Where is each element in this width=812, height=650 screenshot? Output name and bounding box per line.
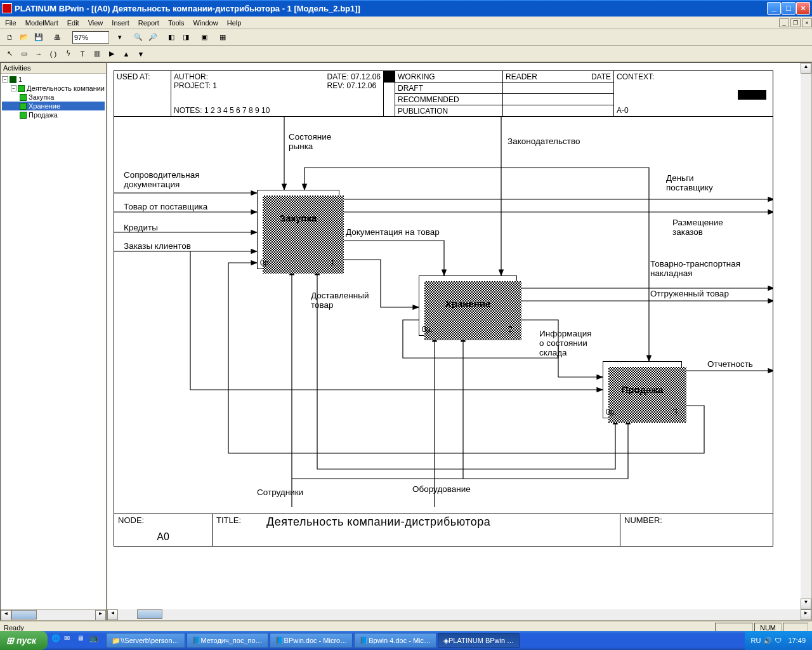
tree-item-purchase[interactable]: Закупка [2,93,105,102]
arrow-label: Оборудование [412,485,471,494]
save-button[interactable]: 💾 [32,30,46,44]
zoom-input[interactable] [72,31,109,44]
context-a0: A-0 [617,106,629,115]
menu-insert[interactable]: Insert [112,19,129,27]
activity-cost: 0р. [260,258,271,267]
title-value: Деятельность компании-дистрибьютора [266,515,490,545]
menu-file[interactable]: File [5,19,16,27]
task-button[interactable]: 📘 BPwin.doc - Micro… [270,633,353,648]
tree-item-company[interactable]: −Деятельность компании [2,84,105,93]
nav-right[interactable]: ▶ [105,47,119,61]
ql-icon[interactable]: 🌐 [51,634,63,647]
system-tray[interactable]: RU 🔊 🛡 17:49 [745,631,812,650]
activity-cost: 0р. [422,325,433,334]
pointer-tool[interactable]: ↖ [3,47,16,61]
activities-title: Activities [1,63,106,74]
arrow-label: Информация о состоянии склада [539,329,592,358]
arrow-label: Документация на товар [346,228,440,237]
shape-toolbar: ↖ ▭ → ( ) ϟ T ▥ ▶ ▲ ▼ [0,46,812,62]
working-marker [384,71,395,83]
reader-date-label: DATE [591,72,611,81]
menu-edit[interactable]: Edit [67,19,79,27]
idef0-diagram: USED AT: AUTHOR: PROJECT: 1 DATE: 07.12.… [114,70,773,547]
menu-window[interactable]: Window [193,19,218,27]
start-label: пуск [16,635,36,646]
main-toolbar: 🗋 📂 💾 🖶 ▾ 🔍 🔎 ◧ ◨ ▣ ▦ [0,29,812,46]
arrow-tool[interactable]: → [32,47,46,61]
canvas-hscroll[interactable]: ◄► [107,609,811,620]
task-button[interactable]: 📘 Методич_пос_по… [187,633,268,648]
title-label: TITLE: [216,515,241,545]
text-tool[interactable]: T [75,47,89,61]
diagram-tool[interactable]: ▥ [90,47,104,61]
tree-item-storage[interactable]: Хранение [2,102,105,110]
menu-view[interactable]: View [88,19,103,27]
status-publication: PUBLICATION [395,105,502,116]
open-button[interactable]: 📂 [17,30,31,44]
taskbar: ⊞пуск 🌐 ✉ 🖥 📺 📁 \\Serverb\person… 📘 Мето… [0,631,812,650]
activities-panel: Activities −1 −Деятельность компании Зак… [0,62,107,621]
tree-item-root[interactable]: −1 [2,75,105,84]
print-button[interactable]: 🖶 [50,30,64,44]
lang-indicator[interactable]: RU [751,637,761,644]
activity-icon [20,103,27,110]
activity-icon [20,94,27,101]
tool-b-button[interactable]: ◨ [179,30,193,44]
diagram-body[interactable]: Закупка 0р. 1 Хранение 0р. 2 Продажа 3 0… [114,117,773,514]
diagram-canvas[interactable]: USED AT: AUTHOR: PROJECT: 1 DATE: 07.12.… [107,62,812,621]
nav-up[interactable]: ▲ [119,47,133,61]
squiggle-tool[interactable]: ϟ [61,47,75,61]
canvas-vscroll[interactable]: ▲▼ [801,63,811,609]
ql-icon[interactable]: 📺 [89,634,101,647]
menu-modelmart[interactable]: ModelMart [25,19,58,27]
minimize-button[interactable]: _ [767,2,781,15]
menu-tools[interactable]: Tools [168,19,185,27]
zoom-in-button[interactable]: 🔍 [131,30,145,44]
mdi-minimize-button[interactable]: _ [779,18,789,27]
menu-help[interactable]: Help [227,19,242,27]
tree-item-sales[interactable]: Продажа [2,110,105,119]
context-label: CONTEXT: [617,72,770,81]
tree-label: 1 [18,76,22,83]
tool-d-button[interactable]: ▦ [216,30,230,44]
box-tool[interactable]: ▭ [17,47,31,61]
used-at-cell: USED AT: [114,71,171,116]
sidebar-hscroll[interactable]: ◄► [1,609,106,620]
paren-tool[interactable]: ( ) [46,47,60,61]
mdi-close-button[interactable]: × [802,18,812,27]
tree-label: Хранение [29,102,60,110]
ql-icon[interactable]: 🖥 [77,634,88,647]
diagram-header: USED AT: AUTHOR: PROJECT: 1 DATE: 07.12.… [114,71,773,117]
clock[interactable]: 17:49 [788,637,806,644]
task-button[interactable]: 📘 Bpwin 4.doc - Mic… [354,633,436,648]
activity-num: 3 [673,407,678,416]
maximize-button[interactable]: □ [782,2,796,15]
nav-down[interactable]: ▼ [134,47,148,61]
tree-label: Продажа [29,111,58,119]
activity-tree[interactable]: −1 −Деятельность компании Закупка Хранен… [1,74,106,609]
tool-c-button[interactable]: ▣ [197,30,211,44]
activity-name: Продажа [603,384,681,395]
tray-icon[interactable]: 🔊 [763,637,772,645]
arrow-label: Доставленный товар [311,291,369,310]
date-label: DATE: 07.12.06 [327,72,381,81]
zoom-out-button[interactable]: 🔎 [146,30,160,44]
start-button[interactable]: ⊞пуск [0,631,48,650]
ql-icon[interactable]: ✉ [64,634,75,647]
arrow-label: Размещение заказов [672,218,723,237]
new-button[interactable]: 🗋 [3,30,16,44]
arrow-label: Деньги поставщику [666,174,713,193]
tool-a-button[interactable]: ◧ [164,30,178,44]
activity-box-2[interactable]: Хранение 0р. 2 [419,275,517,336]
activity-box-1[interactable]: Закупка 0р. 1 [257,190,339,269]
zoom-dropdown[interactable]: ▾ [113,30,127,44]
task-button-active[interactable]: ◈ PLATINUM BPwin … [438,633,520,648]
quick-launch[interactable]: 🌐 ✉ 🖥 📺 [51,634,101,647]
node-label: NODE: [118,515,144,525]
mdi-restore-button[interactable]: ❐ [790,18,801,27]
menu-report[interactable]: Report [138,19,159,27]
activity-box-3[interactable]: Продажа 3 0р. [603,361,682,418]
close-button[interactable]: × [796,2,810,15]
tray-icon[interactable]: 🛡 [775,637,782,644]
task-button[interactable]: 📁 \\Serverb\person… [106,633,185,648]
